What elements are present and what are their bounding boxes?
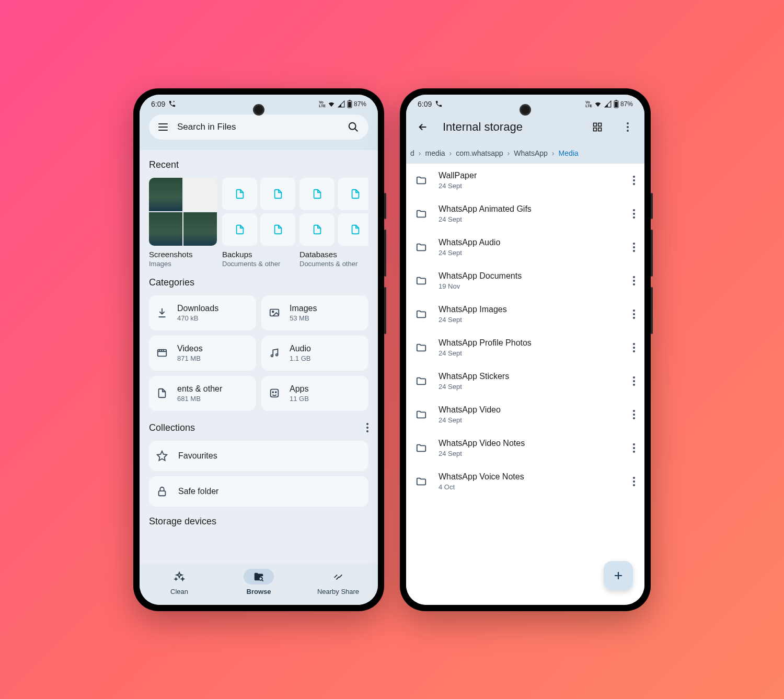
recent-item-databases[interactable]: Databases Documents & other <box>299 178 368 268</box>
breadcrumb-item[interactable]: com.whatsapp <box>456 149 503 157</box>
volume-up-button <box>651 230 653 277</box>
folder-item[interactable]: WhatsApp Documents19 Nov <box>406 264 644 297</box>
category-icon <box>156 307 168 318</box>
wifi-icon <box>594 100 602 108</box>
signal-icon <box>337 100 345 108</box>
item-more-icon[interactable] <box>633 477 635 486</box>
svg-point-10 <box>272 392 273 393</box>
grid-icon <box>592 122 603 132</box>
item-more-icon[interactable] <box>633 376 635 386</box>
nav-nearby-share[interactable]: Nearby Share <box>298 569 378 595</box>
svg-rect-18 <box>598 123 602 126</box>
breadcrumb-item[interactable]: WhatsApp <box>514 149 548 157</box>
volume-up-button <box>384 230 386 277</box>
volume-down-button <box>651 287 653 334</box>
svg-point-7 <box>271 355 273 357</box>
item-more-icon[interactable] <box>633 310 635 319</box>
svg-rect-19 <box>594 128 597 131</box>
folder-item[interactable]: WhatsApp Profile Photos24 Sept <box>406 331 644 364</box>
folder-icon <box>416 442 427 454</box>
category-ents-other[interactable]: ents & other681 MB <box>149 376 256 411</box>
folder-item[interactable]: WhatsApp Video Notes24 Sept <box>406 431 644 465</box>
svg-rect-12 <box>159 491 166 496</box>
item-more-icon[interactable] <box>633 410 635 419</box>
file-thumbnail <box>260 178 295 210</box>
item-more-icon[interactable] <box>633 276 635 285</box>
menu-icon[interactable] <box>158 123 168 131</box>
page-title: Internal storage <box>443 120 578 134</box>
svg-rect-17 <box>594 123 597 126</box>
item-more-icon[interactable] <box>633 209 635 219</box>
item-more-icon[interactable] <box>633 243 635 252</box>
folder-icon <box>416 242 427 253</box>
breadcrumb-item[interactable]: Media <box>559 149 579 157</box>
breadcrumb-item[interactable]: d <box>410 149 414 157</box>
svg-rect-1 <box>349 100 350 101</box>
folder-item[interactable]: WhatsApp Audio24 Sept <box>406 231 644 264</box>
more-icon <box>627 122 629 132</box>
breadcrumb[interactable]: d›media›com.whatsapp›WhatsApp›Media <box>406 143 644 164</box>
wifi-icon <box>327 100 336 108</box>
recent-item-screenshots[interactable]: Screenshots Images <box>149 178 218 268</box>
category-downloads[interactable]: Downloads470 kB <box>149 295 256 330</box>
share-icon <box>332 571 344 582</box>
collection-safe-folder[interactable]: Safe folder <box>149 476 368 507</box>
svg-point-5 <box>272 311 274 313</box>
thumbnail-grid <box>149 178 217 246</box>
battery-percent: 87% <box>620 100 633 108</box>
more-icon[interactable] <box>366 423 368 432</box>
arrow-left-icon <box>417 121 429 133</box>
svg-rect-15 <box>615 100 617 101</box>
file-thumbnail <box>338 213 368 246</box>
more-button[interactable] <box>617 117 638 137</box>
svg-rect-20 <box>598 128 602 131</box>
folder-icon <box>416 375 427 387</box>
svg-point-3 <box>349 122 356 129</box>
category-images[interactable]: Images53 MB <box>261 295 368 330</box>
search-placeholder: Search in Files <box>177 122 338 132</box>
nav-browse[interactable]: Browse <box>219 569 298 595</box>
svg-point-8 <box>276 354 278 356</box>
search-bar[interactable]: Search in Files <box>149 114 368 140</box>
folder-item[interactable]: WhatsApp Stickers24 Sept <box>406 364 644 398</box>
item-more-icon[interactable] <box>633 343 635 352</box>
item-more-icon[interactable] <box>633 443 635 453</box>
lock-icon <box>156 486 168 497</box>
category-apps[interactable]: Apps11 GB <box>261 376 368 411</box>
category-videos[interactable]: Videos871 MB <box>149 336 256 371</box>
file-thumbnail <box>222 213 257 246</box>
lte-indicator: Vo LTE <box>585 100 592 108</box>
category-icon <box>269 347 280 359</box>
folder-item[interactable]: WhatsApp Voice Notes4 Oct <box>406 465 644 498</box>
grid-view-button[interactable] <box>587 117 608 137</box>
back-button[interactable] <box>412 117 433 137</box>
svg-point-13 <box>259 577 262 580</box>
file-thumbnail <box>299 178 335 210</box>
search-icon[interactable] <box>348 121 359 133</box>
category-icon <box>269 307 280 318</box>
fab-add[interactable] <box>604 561 633 590</box>
category-audio[interactable]: Audio1.1 GB <box>261 336 368 371</box>
lte-indicator: Vo LTE <box>319 100 326 108</box>
collections-heading: Collections <box>149 422 195 433</box>
folder-item[interactable]: WhatsApp Animated Gifs24 Sept <box>406 197 644 231</box>
folder-item[interactable]: WallPaper24 Sept <box>406 164 644 197</box>
folder-icon <box>416 175 427 186</box>
folder-item[interactable]: WhatsApp Video24 Sept <box>406 398 644 431</box>
item-more-icon[interactable] <box>633 176 635 185</box>
file-thumbnail <box>299 213 335 246</box>
recent-heading: Recent <box>149 159 368 170</box>
sparkle-icon <box>174 571 185 582</box>
folder-list[interactable]: WallPaper24 SeptWhatsApp Animated Gifs24… <box>406 164 644 605</box>
nav-clean[interactable]: Clean <box>140 569 219 595</box>
call-icon <box>168 100 176 108</box>
folder-icon <box>416 342 427 353</box>
folder-icon <box>416 208 427 220</box>
status-time: 6:09 <box>151 100 165 108</box>
power-button <box>384 193 386 219</box>
recent-item-backups[interactable]: Backups Documents & other <box>222 178 295 268</box>
folder-item[interactable]: WhatsApp Images24 Sept <box>406 297 644 331</box>
breadcrumb-item[interactable]: media <box>425 149 445 157</box>
collection-favourites[interactable]: Favourites <box>149 441 368 471</box>
battery-percent: 87% <box>354 100 366 108</box>
